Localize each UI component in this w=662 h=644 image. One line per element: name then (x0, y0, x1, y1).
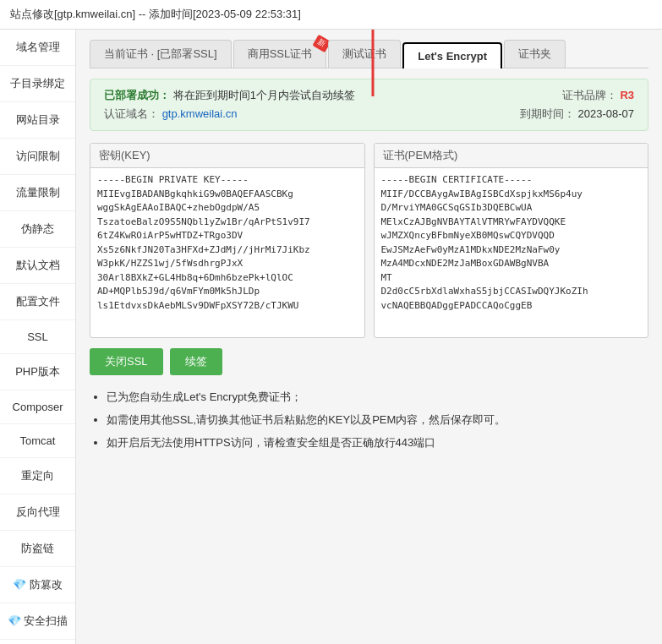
cert-content[interactable]: -----BEGIN CERTIFICATE----- MIIF/DCCBAyg… (375, 168, 648, 337)
composer-label: Composer (13, 401, 63, 413)
info-status: 已部署成功： 将在距到期时间1个月内尝试自动续签 (104, 88, 499, 103)
tab-lets-encrypt[interactable]: Let's Encrypt (402, 42, 502, 68)
key-header: 密钥(KEY) (90, 144, 364, 168)
scan-label: 安全扫描 (24, 614, 68, 627)
sidebar-item-domain[interactable]: 域名管理 (0, 30, 75, 66)
subdir-label: 子目录绑定 (10, 77, 65, 90)
pseudo-label: 伪静态 (21, 222, 54, 235)
sidebar-item-tomcat[interactable]: Tomcat (0, 424, 75, 458)
sidebar-item-php[interactable]: PHP版本 (0, 354, 75, 390)
proxy-label: 反向代理 (16, 505, 60, 518)
note-item-3: 如开启后无法使用HTTPS访问，请检查安全组是否正确放行443端口 (107, 434, 648, 452)
redirect-label: 重定向 (21, 469, 54, 482)
sidebar-item-hotlink[interactable]: 防盗链 (0, 531, 75, 567)
tab-current[interactable]: 当前证书 · [已部署SSL] (90, 40, 232, 68)
expire-row: 到期时间： 2023-08-07 (499, 106, 634, 122)
red-arrow-indicator (335, 30, 411, 96)
info-right: 证书品牌： R3 到期时间： 2023-08-07 (499, 88, 634, 122)
tamper-icon: 💎 (13, 578, 26, 591)
title-text: 站点修改[gtp.kmweilai.cn] -- 添加时间[2023-05-09… (10, 8, 301, 20)
sidebar-item-tamper[interactable]: 💎 防篡改 (0, 567, 75, 603)
info-domain: 认证域名： gtp.kmweilai.cn (104, 106, 499, 122)
ssl-label: SSL (27, 330, 48, 343)
notes-list: 已为您自动生成Let's Encrypt免费证书； 如需使用其他SSL,请切换其… (90, 389, 648, 451)
sidebar-item-log[interactable]: 网站日志 (0, 640, 75, 644)
default-label: 默认文档 (16, 259, 60, 271)
tab-commercial[interactable]: 商用SSL证书 新 (233, 40, 327, 68)
sidebar-item-webdir[interactable]: 网站目录 (0, 102, 75, 139)
close-ssl-button[interactable]: 关闭SSL (90, 348, 163, 375)
key-box: 密钥(KEY) -----BEGIN PRIVATE KEY----- MIIE… (90, 143, 365, 338)
note-item-2: 如需使用其他SSL,请切换其他证书后粘贴您的KEY以及PEM内容，然后保存即可。 (107, 412, 648, 429)
config-label: 配置文件 (16, 295, 60, 308)
sidebar-item-composer[interactable]: Composer (0, 390, 75, 424)
domain-label: 域名管理 (16, 41, 60, 53)
renew-button[interactable]: 续签 (170, 348, 222, 375)
sidebar-item-flow[interactable]: 流量限制 (0, 175, 75, 211)
key-content[interactable]: -----BEGIN PRIVATE KEY----- MIIEvgIBADAN… (90, 168, 364, 337)
sidebar-item-access[interactable]: 访问限制 (0, 139, 75, 175)
sidebar-item-scan[interactable]: 💎 安全扫描 (0, 603, 75, 640)
webdir-label: 网站目录 (16, 113, 60, 126)
sidebar-item-ssl[interactable]: SSL (0, 320, 75, 354)
info-left: 已部署成功： 将在距到期时间1个月内尝试自动续签 认证域名： gtp.kmwei… (104, 88, 499, 122)
sidebar-item-subdir[interactable]: 子目录绑定 (0, 66, 75, 102)
sidebar-item-default[interactable]: 默认文档 (0, 248, 75, 284)
tamper-label: 防篡改 (30, 578, 63, 591)
flow-label: 流量限制 (16, 186, 60, 199)
button-row: 关闭SSL 续签 (90, 348, 648, 375)
php-label: PHP版本 (15, 365, 60, 378)
tab-cert-folder[interactable]: 证书夹 (504, 40, 566, 68)
content-area: 当前证书 · [已部署SSL] 商用SSL证书 新 测试证书 Let's Enc… (76, 30, 662, 644)
sidebar-item-pseudo[interactable]: 伪静态 (0, 211, 75, 248)
scan-icon: 💎 (8, 614, 21, 627)
sidebar-item-redirect[interactable]: 重定向 (0, 458, 75, 494)
sidebar-item-proxy[interactable]: 反向代理 (0, 494, 75, 531)
cert-header: 证书(PEM格式) (375, 144, 648, 168)
cert-box: 证书(PEM格式) -----BEGIN CERTIFICATE----- MI… (374, 143, 649, 338)
title-bar: 站点修改[gtp.kmweilai.cn] -- 添加时间[2023-05-09… (0, 0, 662, 30)
sidebar: 域名管理 子目录绑定 网站目录 访问限制 流量限制 伪静态 默认文档 配置文件 … (0, 30, 76, 644)
hotlink-label: 防盗链 (21, 542, 54, 554)
note-item-1: 已为您自动生成Let's Encrypt免费证书； (107, 389, 648, 407)
sidebar-item-config[interactable]: 配置文件 (0, 284, 75, 320)
access-label: 访问限制 (16, 150, 60, 162)
brand-row: 证书品牌： R3 (499, 88, 634, 103)
info-box: 已部署成功： 将在距到期时间1个月内尝试自动续签 认证域名： gtp.kmwei… (90, 79, 648, 131)
tomcat-label: Tomcat (20, 434, 56, 447)
key-cert-section: 密钥(KEY) -----BEGIN PRIVATE KEY----- MIIE… (90, 143, 648, 338)
